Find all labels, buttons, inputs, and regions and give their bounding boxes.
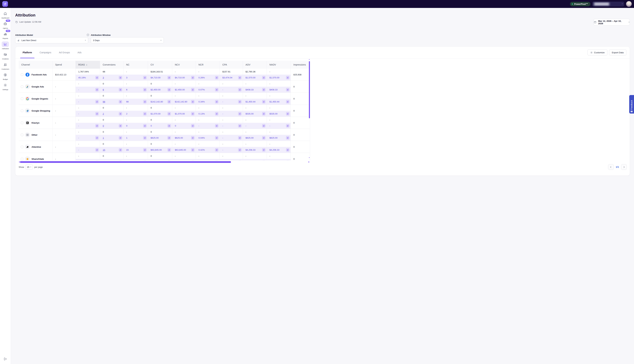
row-checkbox[interactable] — [21, 74, 23, 76]
metric-drilldown-icon[interactable] — [215, 88, 218, 92]
column-header-ncv[interactable]: NCV — [172, 61, 196, 69]
row-checkbox[interactable] — [21, 158, 23, 160]
metric-drilldown-icon[interactable] — [262, 88, 266, 92]
metric-drilldown-icon[interactable] — [95, 76, 99, 79]
metric-drilldown-icon[interactable] — [238, 100, 242, 104]
metric-drilldown-icon[interactable] — [215, 112, 218, 116]
metric-drilldown-icon[interactable] — [143, 148, 147, 152]
tab-platform[interactable]: Platform — [19, 47, 36, 58]
vertical-scrollbar-thumb[interactable] — [309, 61, 310, 118]
metric-drilldown-icon[interactable] — [143, 100, 147, 104]
metric-drilldown-icon[interactable] — [262, 148, 266, 152]
column-header-conversions[interactable]: Conversions — [100, 61, 124, 69]
metric-drilldown-icon[interactable] — [191, 100, 195, 104]
metric-drilldown-icon[interactable] — [167, 124, 171, 128]
metric-drilldown-icon[interactable] — [191, 88, 195, 92]
conversions-link[interactable]: 1 — [103, 136, 104, 139]
help-icon[interactable] — [86, 33, 90, 37]
column-header-cpa[interactable]: CPA — [220, 61, 243, 69]
metric-drilldown-icon[interactable] — [238, 136, 242, 140]
sidebar-item-budget[interactable]: Budget — [2, 72, 9, 80]
scroll-right-arrow-icon[interactable]: ▶ — [308, 161, 310, 163]
attribution-model-select[interactable]: Last Non Direct ▼ — [15, 37, 88, 44]
metric-drilldown-icon[interactable] — [95, 124, 99, 128]
metric-drilldown-icon[interactable] — [167, 136, 171, 140]
metric-drilldown-icon[interactable] — [191, 76, 195, 79]
sidebar-item-customers[interactable]: Customers — [2, 62, 9, 70]
column-header-aov[interactable]: AOV — [243, 61, 267, 69]
horizontal-scrollbar-thumb[interactable] — [20, 161, 231, 163]
metric-drilldown-icon[interactable] — [119, 136, 122, 140]
column-header-naov[interactable]: NAOV — [267, 61, 291, 69]
row-checkbox[interactable] — [21, 134, 23, 136]
metric-drilldown-icon[interactable] — [238, 160, 242, 160]
metric-drilldown-icon[interactable] — [167, 112, 171, 116]
metric-drilldown-icon[interactable] — [191, 124, 195, 128]
metric-drilldown-icon[interactable] — [119, 76, 122, 79]
metric-drilldown-icon[interactable] — [262, 160, 266, 160]
scroll-left-arrow-icon[interactable]: ◀ — [19, 161, 20, 163]
metric-drilldown-icon[interactable] — [143, 112, 147, 116]
metric-drilldown-icon[interactable] — [143, 124, 147, 128]
metric-drilldown-icon[interactable] — [119, 100, 122, 104]
metric-drilldown-icon[interactable] — [262, 136, 266, 140]
sidebar-item-creatives[interactable]: Creatives — [2, 52, 9, 60]
metric-drilldown-icon[interactable] — [215, 148, 218, 152]
column-header-spend[interactable]: Spend — [53, 61, 76, 69]
row-checkbox[interactable] — [21, 110, 23, 112]
conversions-link[interactable]: 0 — [103, 124, 104, 127]
conversions-link[interactable]: 15 — [103, 149, 105, 151]
metric-drilldown-icon[interactable] — [215, 160, 218, 160]
metric-drilldown-icon[interactable] — [286, 148, 289, 152]
metric-drilldown-icon[interactable] — [143, 76, 147, 79]
metric-drilldown-icon[interactable] — [191, 160, 195, 160]
metric-drilldown-icon[interactable] — [262, 100, 266, 104]
metric-drilldown-icon[interactable] — [215, 100, 218, 104]
row-checkbox[interactable] — [21, 146, 23, 148]
sidebar-item-dashboard[interactable]: Dashboard — [2, 11, 9, 19]
sidebar-item-reports[interactable]: NewReports — [2, 31, 9, 39]
metric-drilldown-icon[interactable] — [95, 100, 99, 104]
metric-drilldown-icon[interactable] — [143, 160, 147, 160]
metric-drilldown-icon[interactable] — [215, 124, 218, 128]
conversions-link[interactable]: 2 — [103, 112, 104, 115]
sidebar-item-settings[interactable]: Settings — [2, 82, 9, 90]
metric-drilldown-icon[interactable] — [262, 76, 266, 79]
row-checkbox[interactable] — [21, 122, 23, 124]
metric-drilldown-icon[interactable] — [167, 148, 171, 152]
metric-drilldown-icon[interactable] — [262, 124, 266, 128]
metric-drilldown-icon[interactable] — [286, 88, 289, 92]
tab-ad-groups[interactable]: Ad Groups — [55, 47, 74, 58]
metric-drilldown-icon[interactable] — [95, 112, 99, 116]
metric-drilldown-icon[interactable] — [167, 88, 171, 92]
column-header-ncr[interactable]: NCR — [196, 61, 220, 69]
metric-drilldown-icon[interactable] — [95, 136, 99, 140]
tab-campaigns[interactable]: Campaigns — [36, 47, 55, 58]
metric-drilldown-icon[interactable] — [238, 112, 242, 116]
metric-drilldown-icon[interactable] — [286, 136, 289, 140]
conversions-link[interactable]: 98 — [103, 100, 105, 103]
metric-drilldown-icon[interactable] — [238, 76, 242, 79]
sort-arrows-icon[interactable]: ▲▼ — [86, 64, 87, 66]
metric-drilldown-icon[interactable] — [262, 112, 266, 116]
metric-drilldown-icon[interactable] — [95, 148, 99, 152]
row-checkbox[interactable] — [21, 98, 23, 100]
row-checkbox[interactable] — [21, 86, 23, 88]
column-header-cv[interactable]: CV — [148, 61, 172, 69]
sidebar-item-attribution[interactable]: Attribution — [2, 42, 9, 50]
metric-drilldown-icon[interactable] — [119, 88, 122, 92]
metric-drilldown-icon[interactable] — [286, 112, 289, 116]
metric-drilldown-icon[interactable] — [119, 148, 122, 152]
metric-drilldown-icon[interactable] — [167, 76, 171, 79]
metric-drilldown-icon[interactable] — [95, 88, 99, 92]
metric-drilldown-icon[interactable] — [238, 88, 242, 92]
metric-drilldown-icon[interactable] — [215, 136, 218, 140]
sidebar-item-agency[interactable]: NewAgency — [2, 21, 9, 29]
metric-drilldown-icon[interactable] — [286, 124, 289, 128]
column-header-nc[interactable]: NC — [124, 61, 148, 69]
column-header-roas[interactable]: ROAS▲▼ — [76, 61, 100, 69]
app-logo[interactable] — [2, 1, 8, 7]
scroll-up-arrow-icon[interactable]: ▲ — [309, 58, 310, 60]
column-header-impressions[interactable]: Impressions — [291, 61, 310, 69]
metric-drilldown-icon[interactable] — [167, 100, 171, 104]
